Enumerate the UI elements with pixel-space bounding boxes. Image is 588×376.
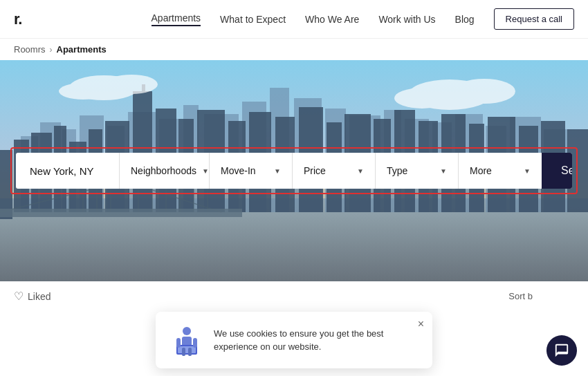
cookie-banner: We use cookies to ensure you get the bes… [156, 312, 432, 368]
more-dropdown[interactable]: More ▼ [459, 153, 542, 189]
neighborhoods-dropdown[interactable]: Neighborhoods ▼ [120, 153, 210, 189]
logo[interactable]: r. [14, 10, 21, 28]
liked-section[interactable]: ♡ Liked [14, 290, 50, 303]
movein-dropdown[interactable]: Move-In ▼ [210, 153, 293, 189]
heart-icon: ♡ [14, 290, 24, 303]
price-dropdown[interactable]: Price ▼ [293, 153, 376, 189]
cookie-illustration [169, 323, 204, 357]
type-label: Type [387, 165, 407, 176]
location-display: New York, NY [16, 153, 120, 189]
request-call-button[interactable]: Request a call [494, 8, 574, 30]
cookie-svg-illustration [169, 323, 204, 357]
chat-button[interactable] [546, 335, 577, 366]
nav: Apartments What to Expect Who We Are Wor… [151, 8, 574, 30]
svg-rect-75 [182, 348, 185, 356]
svg-point-64 [453, 79, 515, 104]
liked-label: Liked [28, 291, 50, 302]
breadcrumb-home[interactable]: Roomrs [14, 44, 46, 55]
filter-bar-border: New York, NY Neighborhoods ▼ Move-In ▼ P… [10, 147, 578, 194]
movein-arrow-icon: ▼ [274, 167, 281, 175]
search-button[interactable]: Search [542, 153, 572, 189]
svg-rect-74 [193, 338, 197, 348]
svg-rect-73 [176, 338, 181, 348]
svg-point-67 [105, 75, 158, 94]
breadcrumb-separator: › [50, 45, 53, 55]
more-arrow-icon: ▼ [524, 167, 531, 175]
sort-label: Sort b [508, 291, 533, 301]
neighborhoods-arrow-icon: ▼ [202, 167, 209, 175]
neighborhoods-label: Neighborhoods [131, 165, 196, 176]
svg-point-68 [59, 83, 107, 100]
cookie-close-button[interactable]: × [418, 319, 424, 330]
nav-what-to-expect[interactable]: What to Expect [220, 14, 286, 25]
chat-icon [554, 343, 569, 358]
breadcrumb-current: Apartments [57, 44, 107, 55]
svg-rect-76 [188, 348, 192, 356]
hero-background: New York, NY Neighborhoods ▼ Move-In ▼ P… [0, 60, 588, 281]
svg-point-69 [183, 327, 191, 335]
filter-bar-wrapper: New York, NY Neighborhoods ▼ Move-In ▼ P… [10, 147, 578, 194]
price-arrow-icon: ▼ [357, 167, 364, 175]
breadcrumb: Roomrs › Apartments [0, 39, 588, 60]
more-label: More [470, 165, 492, 176]
nav-who-we-are[interactable]: Who We Are [305, 14, 359, 25]
cookie-message: We use cookies to ensure you get the bes… [214, 327, 419, 354]
movein-label: Move-In [221, 165, 256, 176]
nav-blog[interactable]: Blog [455, 14, 475, 25]
nav-apartments[interactable]: Apartments [151, 12, 201, 26]
hero-section: New York, NY Neighborhoods ▼ Move-In ▼ P… [0, 60, 588, 281]
filter-bar: New York, NY Neighborhoods ▼ Move-In ▼ P… [16, 153, 572, 189]
type-arrow-icon: ▼ [440, 167, 447, 175]
sort-section: Sort b [508, 291, 533, 301]
svg-rect-72 [178, 346, 196, 353]
svg-point-65 [394, 88, 450, 109]
type-dropdown[interactable]: Type ▼ [376, 153, 459, 189]
price-label: Price [304, 165, 326, 176]
bottom-section: ♡ Liked Sort b We use cookies to [0, 281, 588, 375]
nav-work-with-us[interactable]: Work with Us [378, 14, 435, 25]
header: r. Apartments What to Expect Who We Are … [0, 0, 588, 39]
svg-rect-62 [0, 209, 242, 217]
